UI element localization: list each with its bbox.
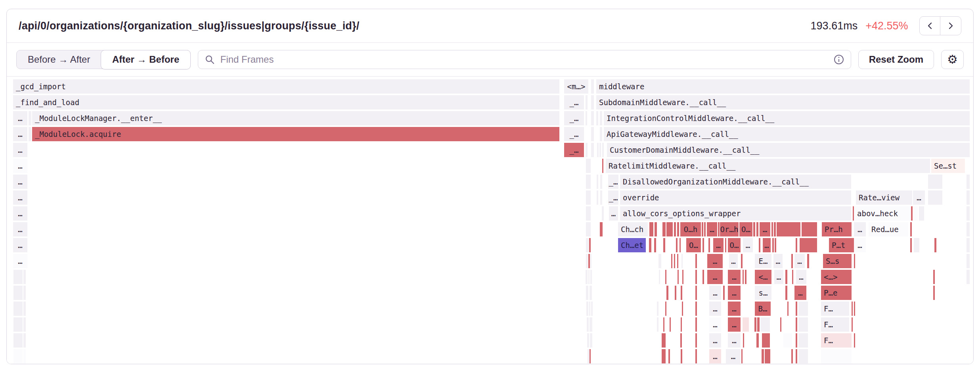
flame-frame[interactable]: _ModuleLockManager.__enter__ <box>32 111 559 125</box>
flame-sliver[interactable] <box>649 238 651 252</box>
flame-sliver[interactable] <box>602 159 603 173</box>
segment-after-before[interactable]: After → Before <box>101 50 191 69</box>
flame-sliver[interactable] <box>681 317 682 332</box>
flame-sliver[interactable] <box>741 254 743 268</box>
flame-sliver[interactable] <box>759 238 760 252</box>
flame-sliver[interactable] <box>783 333 792 348</box>
flame-sliver[interactable] <box>765 349 770 363</box>
flame-sliver[interactable] <box>676 238 678 252</box>
flame-sliver[interactable] <box>967 175 970 189</box>
flame-sliver[interactable] <box>677 222 679 236</box>
flame-sliver[interactable] <box>760 317 770 332</box>
flame-frame[interactable]: … <box>728 270 741 284</box>
flame-sliver[interactable] <box>588 270 590 284</box>
flame-sliver[interactable] <box>681 349 682 363</box>
flame-frame[interactable]: … <box>609 206 618 221</box>
flame-sliver[interactable] <box>802 222 817 236</box>
flame-sliver[interactable] <box>597 175 598 189</box>
flame-sliver[interactable] <box>678 270 679 284</box>
flame-frame[interactable]: … <box>13 222 27 236</box>
flame-sliver[interactable] <box>792 270 793 284</box>
flame-frame[interactable]: … <box>13 175 27 189</box>
flame-sliver[interactable] <box>586 190 591 205</box>
flame-sliver[interactable] <box>682 302 683 316</box>
next-button[interactable] <box>940 16 961 35</box>
search-input[interactable] <box>220 54 829 65</box>
flame-frame[interactable]: <… <box>755 270 771 284</box>
flame-frame[interactable]: … <box>763 238 771 252</box>
flame-sliver[interactable] <box>928 190 942 205</box>
flame-frame[interactable]: … <box>709 349 721 363</box>
flame-frame[interactable]: _ModuleLock.acquire <box>32 127 559 141</box>
flame-sliver[interactable] <box>13 270 23 284</box>
flame-sliver[interactable] <box>910 222 912 236</box>
flame-frame[interactable]: abov…heck <box>854 206 911 221</box>
flame-sliver[interactable] <box>600 111 602 125</box>
flame-sliver[interactable] <box>743 317 749 332</box>
flame-sliver[interactable] <box>695 302 697 316</box>
flame-sliver[interactable] <box>777 222 800 236</box>
flame-sliver[interactable] <box>662 349 666 363</box>
flame-frame[interactable]: _… <box>608 175 618 189</box>
flame-frame[interactable]: … <box>707 270 723 284</box>
flame-frame[interactable]: … <box>709 286 721 300</box>
flame-sliver[interactable] <box>23 349 26 363</box>
flame-sliver[interactable] <box>762 333 770 348</box>
flame-sliver[interactable] <box>586 302 588 316</box>
flame-sliver[interactable] <box>680 333 682 348</box>
flame-sliver[interactable] <box>967 254 970 268</box>
flame-frame[interactable]: … <box>707 222 717 236</box>
flame-sliver[interactable] <box>695 270 697 284</box>
flame-frame[interactable]: RatelimitMiddleware.__call__ <box>606 159 930 173</box>
flame-frame[interactable]: _… <box>608 190 618 205</box>
flame-sliver[interactable] <box>771 222 773 236</box>
flame-frame[interactable]: … <box>774 270 783 284</box>
flame-sliver[interactable] <box>681 286 682 300</box>
flame-sliver[interactable] <box>657 317 658 332</box>
flame-sliver[interactable] <box>854 302 855 316</box>
flame-frame[interactable]: _find_and_load <box>13 95 559 110</box>
flame-sliver[interactable] <box>590 333 592 348</box>
flame-frame[interactable]: … <box>854 238 866 252</box>
info-icon[interactable] <box>833 54 844 65</box>
flame-frame[interactable]: O… <box>728 238 741 252</box>
prev-button[interactable] <box>919 16 941 35</box>
flame-sliver[interactable] <box>596 111 598 125</box>
flame-sliver[interactable] <box>967 222 970 236</box>
flame-sliver[interactable] <box>723 286 725 300</box>
flame-sliver[interactable] <box>787 302 789 316</box>
flame-sliver[interactable] <box>662 222 666 236</box>
flame-frame[interactable]: … <box>760 222 770 236</box>
flame-sliver[interactable] <box>695 286 697 300</box>
flame-sliver[interactable] <box>13 333 23 348</box>
flame-frame[interactable]: … <box>13 159 27 173</box>
flame-sliver[interactable] <box>796 333 797 348</box>
flame-frame[interactable]: … <box>743 238 753 252</box>
flame-sliver[interactable] <box>13 317 23 332</box>
flame-frame[interactable]: B… <box>755 302 771 316</box>
flame-frame[interactable]: Ch…et <box>618 238 646 252</box>
flame-sliver[interactable] <box>587 317 589 332</box>
flame-frame[interactable]: … <box>13 254 27 268</box>
flame-sliver[interactable] <box>695 317 697 332</box>
flame-sliver[interactable] <box>743 270 744 284</box>
flame-sliver[interactable] <box>704 222 706 236</box>
flame-sliver[interactable] <box>914 206 918 221</box>
flame-sliver[interactable] <box>934 238 936 252</box>
flame-frame[interactable]: Ch…ch <box>618 222 648 236</box>
flame-frame[interactable]: Pr…h <box>822 222 852 236</box>
flame-sliver[interactable] <box>29 111 31 125</box>
flame-frame[interactable]: _gcd_import <box>13 79 559 94</box>
flame-sliver[interactable] <box>590 254 591 268</box>
flame-frame[interactable]: … <box>13 206 27 221</box>
flame-frame[interactable]: SubdomainMiddleware.__call__ <box>596 95 970 110</box>
flame-sliver[interactable] <box>741 349 743 363</box>
flame-sliver[interactable] <box>662 333 666 348</box>
flame-frame[interactable]: _… <box>564 95 584 110</box>
flame-sliver[interactable] <box>23 333 26 348</box>
flame-frame[interactable]: … <box>13 143 27 157</box>
flame-frame[interactable]: Rate…view <box>856 190 912 205</box>
flame-sliver[interactable] <box>13 302 23 316</box>
flame-sliver[interactable] <box>589 302 590 316</box>
flame-sliver[interactable] <box>23 302 26 316</box>
